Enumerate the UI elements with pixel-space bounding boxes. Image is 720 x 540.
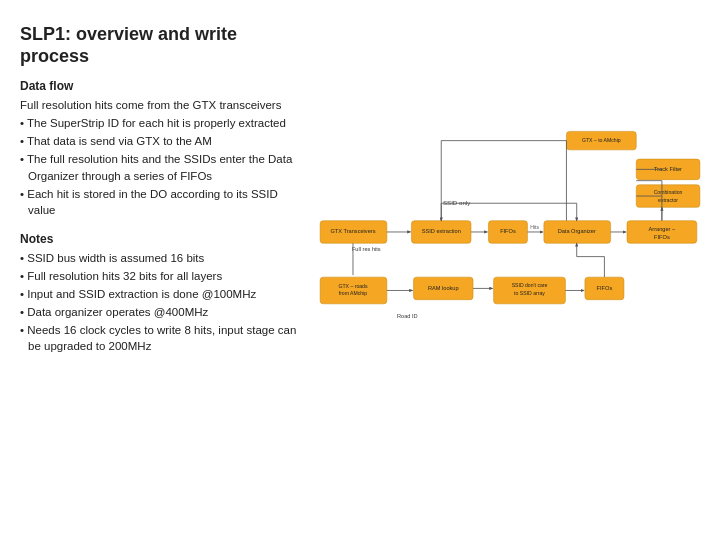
data-flow-item-1: Full resolution hits come from the GTX t… xyxy=(20,97,305,113)
data-flow-item-4: • The full resolution hits and the SSIDs… xyxy=(20,151,305,183)
page: SLP1: overview and write process Data fl… xyxy=(0,0,720,540)
svg-text:FIFOs: FIFOs xyxy=(597,285,613,291)
title-line1: SLP1: overview and write xyxy=(20,24,237,44)
svg-text:SSID only: SSID only xyxy=(443,199,471,206)
svg-text:extractor: extractor xyxy=(658,197,678,203)
svg-text:Full res hits: Full res hits xyxy=(352,246,381,252)
data-flow-list: Full resolution hits come from the GTX t… xyxy=(20,97,305,218)
svg-text:GTX – roads: GTX – roads xyxy=(338,283,367,289)
svg-text:Arranger –: Arranger – xyxy=(649,226,676,232)
svg-text:Combination: Combination xyxy=(654,189,683,195)
svg-text:Data Organizer: Data Organizer xyxy=(558,228,596,234)
data-flow-item-3: • That data is send via GTX to the AM xyxy=(20,133,305,149)
svg-text:SSID extraction: SSID extraction xyxy=(422,228,461,234)
svg-text:GTX Transceivers: GTX Transceivers xyxy=(330,228,375,234)
notes-item-1: • SSID bus width is assumed 16 bits xyxy=(20,250,305,266)
notes-section: Notes • SSID bus width is assumed 16 bit… xyxy=(20,232,305,355)
svg-text:FIFOs: FIFOs xyxy=(654,234,670,240)
notes-item-5: • Needs 16 clock cycles to write 8 hits,… xyxy=(20,322,305,354)
data-flow-label: Data flow xyxy=(20,79,305,93)
svg-text:Hits: Hits xyxy=(530,224,539,230)
right-panel: GTX – to AMchip Track Filter Combination… xyxy=(315,24,705,520)
data-flow-item-5: • Each hit is stored in the DO according… xyxy=(20,186,305,218)
notes-item-3: • Input and SSID extraction is done @100… xyxy=(20,286,305,302)
svg-text:RAM lookup: RAM lookup xyxy=(428,285,459,291)
notes-label: Notes xyxy=(20,232,305,246)
title-line2: process xyxy=(20,46,89,66)
svg-text:SSID don't care: SSID don't care xyxy=(512,282,548,288)
svg-text:from AMchip: from AMchip xyxy=(339,290,368,296)
page-title: SLP1: overview and write process xyxy=(20,24,305,67)
svg-text:FIFOs: FIFOs xyxy=(500,228,516,234)
notes-list: • SSID bus width is assumed 16 bits • Fu… xyxy=(20,250,305,355)
data-flow-item-2: • The SuperStrip ID for each hit is prop… xyxy=(20,115,305,131)
notes-item-4: • Data organizer operates @400MHz xyxy=(20,304,305,320)
svg-text:Road ID: Road ID xyxy=(397,313,418,319)
notes-item-2: • Full resolution hits 32 bits for all l… xyxy=(20,268,305,284)
svg-text:Track Filter: Track Filter xyxy=(654,166,682,172)
svg-text:GTX – to AMchip: GTX – to AMchip xyxy=(582,137,621,143)
diagram-svg: GTX – to AMchip Track Filter Combination… xyxy=(315,112,705,432)
svg-text:to SSID array: to SSID array xyxy=(514,290,545,296)
left-panel: SLP1: overview and write process Data fl… xyxy=(20,24,315,520)
